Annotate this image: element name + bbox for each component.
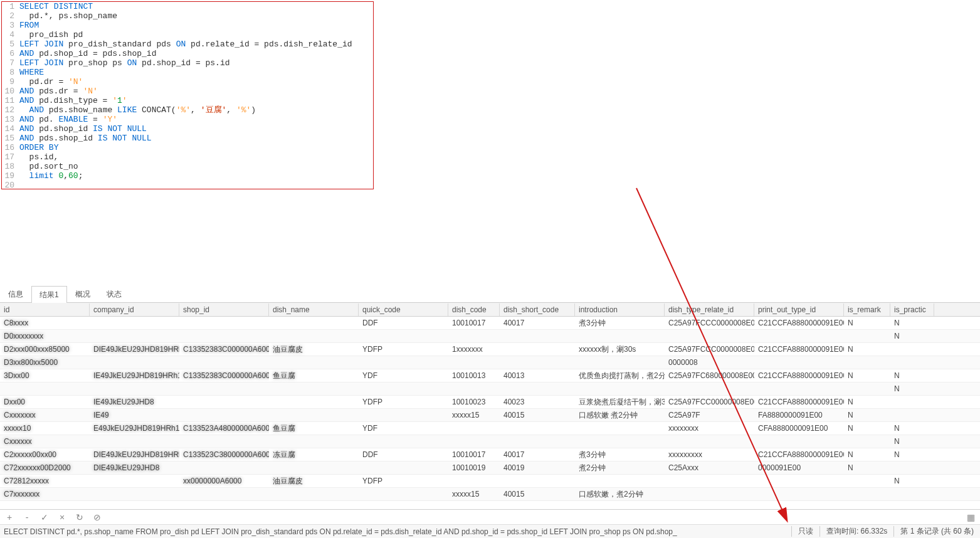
col-dish_name[interactable]: dish_name	[269, 303, 359, 316]
col-shop_id[interactable]: shop_id	[179, 303, 269, 316]
col-is_practice[interactable]: is_practic	[890, 303, 934, 316]
table-row[interactable]: C72xxxxxx00D2000DIE49JkEU29JHD8100100194…	[0, 462, 980, 475]
stop-icon[interactable]: ⊘	[93, 513, 102, 522]
grid-view-icon[interactable]: ▦	[966, 513, 975, 522]
result-grid: idcompany_idshop_iddish_namequick_codedi…	[0, 303, 980, 501]
table-row[interactable]: D3xx800xx50000000008	[0, 356, 980, 369]
tab-状态[interactable]: 状态	[98, 285, 130, 302]
table-row[interactable]: CxxxxxxxIE49xxxxx1540015口感软嫩 煮2分钟C25A97F…	[0, 409, 980, 422]
col-quick_code[interactable]: quick_code	[359, 303, 448, 316]
col-dish_type_relate_id[interactable]: dish_type_relate_id	[665, 303, 754, 316]
status-query-time: 查询时间: 66.332s	[819, 526, 893, 537]
add-row-icon[interactable]: +	[5, 513, 14, 522]
col-dish_short_code[interactable]: dish_short_code	[500, 303, 575, 316]
tab-结果1[interactable]: 结果1	[31, 286, 67, 303]
table-row[interactable]: D2xxx000xxx85000DIE49JkEU29JHD819HRh1C13…	[0, 343, 980, 356]
status-readonly: 只读	[791, 526, 819, 537]
table-row[interactable]: CxxxxxxN	[0, 435, 980, 448]
status-bar: ELECT DISTINCT pd.*, ps.shop_name FROM p…	[0, 524, 980, 538]
tab-概况[interactable]: 概况	[67, 285, 98, 302]
table-row[interactable]: 3Dxx00IE49JkEU29JHD819HRh1C13352383C0000…	[0, 369, 980, 382]
table-row[interactable]: xxxxx10E49JkEU29JHD819HRh1C133523A480000…	[0, 422, 980, 435]
delete-row-icon[interactable]: -	[23, 513, 31, 522]
grid-toolbar: +-✓×↻⊘▦	[0, 509, 980, 524]
refresh-icon[interactable]: ↻	[75, 513, 84, 522]
table-row[interactable]: C2xxxxx00xx00DIE49JkEU29JHD819HRh1C13352…	[0, 448, 980, 462]
tab-信息[interactable]: 信息	[0, 285, 31, 302]
sql-editor-panel[interactable]: 1234567891011121314151617181920 SELECT D…	[1, 1, 374, 189]
grid-body: C8xxxxDDF1001001740017煮3分钟C25A97FCCC0000…	[0, 317, 980, 501]
commit-icon[interactable]: ✓	[40, 513, 49, 522]
grid-header: idcompany_idshop_iddish_namequick_codedi…	[0, 303, 980, 317]
col-introduction[interactable]: introduction	[575, 303, 665, 316]
table-row[interactable]: C72812xxxxxxx0000000A6000油豆腐皮YDFPN	[0, 475, 980, 488]
result-tabs: 信息结果1概况状态	[0, 287, 980, 303]
col-id[interactable]: id	[0, 303, 90, 316]
col-company_id[interactable]: company_id	[90, 303, 179, 316]
status-record-count: 第 1 条记录 (共 60 条)	[893, 526, 980, 537]
status-sql-echo: ELECT DISTINCT pd.*, ps.shop_name FROM p…	[0, 527, 791, 536]
col-print_out_type_id[interactable]: print_out_type_id	[754, 303, 844, 316]
col-is_remark[interactable]: is_remark	[844, 303, 890, 316]
table-row[interactable]: C7xxxxxxxxxxxx1540015口感软嫩，煮2分钟	[0, 488, 980, 501]
table-row[interactable]: Dxx00IE49JkEU29JHD8YDFP1001002340023豆浆烧煮…	[0, 396, 980, 409]
cancel-icon[interactable]: ×	[58, 513, 66, 522]
col-dish_code[interactable]: dish_code	[448, 303, 500, 316]
sql-code[interactable]: SELECT DISTINCT pd.*, ps.shop_nameFROM p…	[17, 2, 352, 190]
table-row[interactable]: D0xxxxxxxxN	[0, 330, 980, 343]
table-row[interactable]: C8xxxxDDF1001001740017煮3分钟C25A97FCCC0000…	[0, 317, 980, 330]
line-gutter: 1234567891011121314151617181920	[2, 2, 17, 190]
table-row[interactable]: N	[0, 382, 980, 396]
